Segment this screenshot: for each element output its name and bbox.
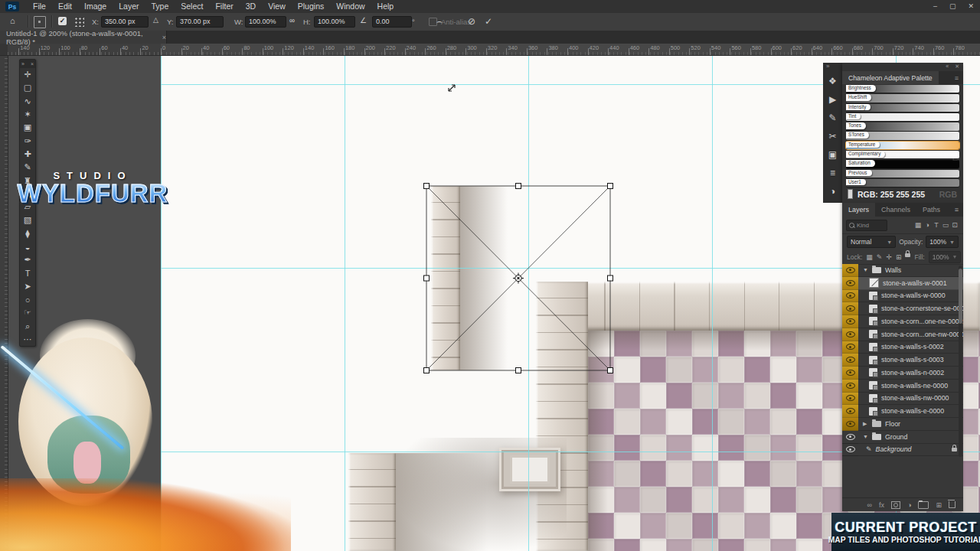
reference-point-locator-icon[interactable] xyxy=(74,16,84,27)
smart-object-thumbnail[interactable] xyxy=(869,305,877,313)
width-input[interactable]: 100.00% xyxy=(245,16,286,28)
layer-row[interactable]: stone-a-walls-n-0002 xyxy=(842,367,963,380)
crop-tool[interactable]: ▣ xyxy=(20,121,35,134)
collapse-group-icon[interactable]: ▼ xyxy=(863,267,868,272)
menu-file[interactable]: File xyxy=(27,0,52,13)
layer-mask-icon[interactable] xyxy=(891,501,900,509)
menu-type[interactable]: Type xyxy=(145,0,175,13)
delete-layer-icon[interactable] xyxy=(949,501,956,508)
layer-main[interactable]: ▼Walls xyxy=(858,264,963,277)
tab-paths[interactable]: Paths xyxy=(916,203,946,217)
free-transform-box[interactable] xyxy=(421,178,620,384)
edit-toolbar[interactable]: ⋯ xyxy=(20,333,35,346)
visibility-eye-icon[interactable] xyxy=(842,328,858,341)
smart-object-thumbnail[interactable] xyxy=(869,407,877,416)
menu-select[interactable]: Select xyxy=(175,0,209,13)
layer-main[interactable]: stone-a-walls-s-0003 xyxy=(858,354,963,367)
opacity-select[interactable]: 100%▼ xyxy=(926,236,959,248)
layer-name[interactable]: stone-a-walls-e-0000 xyxy=(881,407,944,415)
layer-row[interactable]: stone-a-cornerstone-se-0002 xyxy=(842,302,963,315)
sliders-icon[interactable]: ≡ xyxy=(823,164,842,182)
menu-edit[interactable]: Edit xyxy=(52,0,78,13)
frame-icon[interactable]: ▣ xyxy=(823,145,842,164)
layer-name[interactable]: stone-a-cornerstone-se-0002 xyxy=(881,305,963,312)
smart-object-thumbnail[interactable] xyxy=(869,368,877,377)
layer-main[interactable]: stone-a-corn...one-ne-0002 xyxy=(858,315,963,328)
layer-row[interactable]: stone-a-walls-s-0002 xyxy=(842,341,963,354)
layer-main[interactable]: stone-a-walls-w-0000 xyxy=(858,290,963,303)
lasso-tool[interactable]: ∿ xyxy=(20,95,35,108)
layer-name[interactable]: Floor xyxy=(885,420,900,428)
layer-name[interactable]: stone-a-walls-nw-0000 xyxy=(881,394,949,402)
visibility-eye-icon[interactable] xyxy=(842,431,858,444)
layer-main[interactable]: stone-a-walls-w-0001 xyxy=(858,277,963,290)
marquee-tool[interactable]: ▢ xyxy=(20,81,35,94)
visibility-eye-icon[interactable] xyxy=(842,277,858,290)
contrast-icon[interactable]: ◑ xyxy=(823,182,842,201)
lock-artboard-icon[interactable]: ⊞ xyxy=(896,253,902,261)
visibility-eye-icon[interactable] xyxy=(842,418,858,431)
tab-close-icon[interactable]: × xyxy=(162,34,166,41)
close-button[interactable]: ✕ xyxy=(968,0,974,12)
palette-slider-tones[interactable]: Tones xyxy=(846,122,959,130)
rotation-input[interactable]: 0.00 xyxy=(372,16,412,28)
visibility-eye-icon[interactable] xyxy=(842,444,858,457)
layer-name[interactable]: Ground xyxy=(885,433,907,441)
smart-object-thumbnail[interactable] xyxy=(869,330,877,338)
blur-tool[interactable]: ⧫ xyxy=(20,227,35,240)
layer-name[interactable]: stone-a-walls-s-0002 xyxy=(881,343,944,350)
layer-group-row[interactable]: ▼Walls xyxy=(842,264,963,277)
layer-name[interactable]: stone-a-walls-s-0003 xyxy=(881,356,944,364)
new-group-icon[interactable] xyxy=(918,501,929,509)
panel-close-icon[interactable]: ✕ xyxy=(955,64,959,71)
layer-name[interactable]: stone-a-walls-ne-0000 xyxy=(881,382,948,390)
palette-slider-saturation[interactable]: Saturation xyxy=(846,160,959,168)
maximize-button[interactable]: ▢ xyxy=(949,0,956,12)
palette-slider-previous[interactable]: Previous xyxy=(846,170,959,178)
visibility-eye-icon[interactable] xyxy=(842,290,858,303)
height-input[interactable]: 100.00% xyxy=(314,16,355,28)
visibility-eye-icon[interactable] xyxy=(842,302,858,315)
tab-channels[interactable]: Channels xyxy=(875,203,916,217)
lock-all-icon[interactable] xyxy=(905,253,910,257)
shape-tool[interactable]: ○ xyxy=(20,293,35,306)
lock-pixels-icon[interactable]: ✎ xyxy=(877,253,883,261)
layer-row[interactable]: stone-a-walls-ne-0000 xyxy=(842,380,963,393)
layer-main[interactable]: stone-a-walls-s-0002 xyxy=(858,341,963,354)
palette-slider-temperature[interactable]: Temperature xyxy=(846,142,959,149)
blend-mode-select[interactable]: Normal▼ xyxy=(847,236,896,248)
palette-slider-tint[interactable]: Tint xyxy=(846,113,959,121)
expand-group-icon[interactable]: ▶ xyxy=(863,421,868,427)
filter-type-layers-icon[interactable]: T xyxy=(932,221,941,229)
layer-group-row[interactable]: ▶Floor xyxy=(842,418,963,431)
layer-name[interactable]: stone-a-corn...one-ne-0002 xyxy=(881,318,963,325)
brush-settings-icon[interactable]: ✎ xyxy=(823,109,842,127)
type-tool[interactable]: T xyxy=(20,266,35,279)
visibility-eye-icon[interactable] xyxy=(842,341,858,354)
menu-help[interactable]: Help xyxy=(371,0,400,13)
link-layers-icon[interactable]: ∞ xyxy=(867,501,872,509)
smart-object-thumbnail[interactable] xyxy=(869,317,877,325)
visibility-eye-icon[interactable] xyxy=(842,264,858,277)
layer-name[interactable]: Walls xyxy=(885,266,901,274)
layer-name[interactable]: stone-a-walls-n-0002 xyxy=(881,369,944,377)
layer-main[interactable]: ✎Background xyxy=(858,444,963,457)
menu-image[interactable]: Image xyxy=(78,0,113,13)
layer-name[interactable]: stone-a-walls-w-0000 xyxy=(881,292,946,299)
relative-position-icon[interactable]: △ xyxy=(153,16,158,24)
pen-tool[interactable]: ✒ xyxy=(20,253,35,266)
collapse-group-icon[interactable]: ▼ xyxy=(863,434,868,439)
visibility-eye-icon[interactable] xyxy=(842,380,858,393)
y-position-input[interactable]: 370.00 px xyxy=(176,16,224,28)
layer-name[interactable]: stone-a-corn...one-nw-0000 xyxy=(881,331,963,338)
palette-slider-brightness[interactable]: Brightness xyxy=(846,85,959,93)
layer-row[interactable]: stone-a-walls-s-0003 xyxy=(842,354,963,367)
reference-point-checkbox[interactable]: ✓ xyxy=(58,17,67,25)
layers-scrollbar[interactable] xyxy=(959,266,962,457)
layer-effects-icon[interactable]: fx xyxy=(879,501,884,509)
layer-row[interactable]: stone-a-corn...one-nw-0000 xyxy=(842,328,963,341)
smart-object-thumbnail[interactable] xyxy=(869,292,877,300)
layer-row[interactable]: ✎Background xyxy=(842,444,963,457)
palette-slider-user1[interactable]: User1 xyxy=(846,179,959,187)
cancel-transform-icon[interactable]: ⊘ xyxy=(468,16,475,27)
